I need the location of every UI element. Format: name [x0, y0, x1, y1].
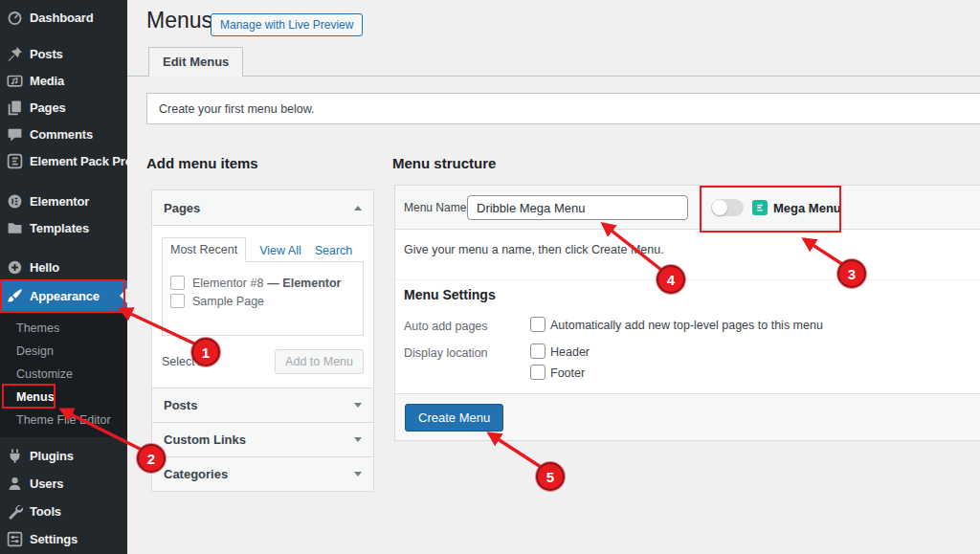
page-item-title: Sample Page: [192, 295, 264, 308]
sidebar-item-label: Users: [30, 476, 63, 491]
sidebar-item-dashboard[interactable]: Dashboard: [0, 4, 127, 31]
admin-sidebar: Dashboard Posts Media Pages Comments Ele…: [0, 0, 127, 554]
page-checkbox[interactable]: [170, 276, 185, 290]
appearance-submenu: Themes Design Customize Menus Theme File…: [0, 311, 127, 437]
notice-text: Create your first menu below.: [159, 102, 315, 116]
sidebar-item-hello[interactable]: Hello: [0, 254, 127, 280]
submenu-item-theme-file-editor[interactable]: Theme File Editor: [0, 409, 127, 432]
add-menu-items-heading: Add menu items: [146, 155, 258, 171]
pages-tabs: Most Recent View All Search: [162, 237, 364, 262]
toggle-knob-icon: [712, 200, 727, 215]
sidebar-item-templates[interactable]: Templates: [0, 214, 127, 241]
auto-add-pages-label: Auto add pages: [404, 320, 488, 333]
menu-name-label: Menu Name: [404, 201, 466, 214]
page-title: Menus: [146, 8, 212, 33]
sidebar-item-label: Elementor: [30, 194, 89, 209]
mega-menu-label: Mega Menu: [773, 201, 841, 215]
notice-box: Create your first menu below.: [146, 93, 980, 124]
location-footer-option: Footer: [550, 366, 585, 380]
sidebar-item-label: Tools: [30, 504, 61, 519]
location-header-checkbox[interactable]: [530, 343, 546, 359]
wrench-icon: [7, 503, 23, 520]
sidebar-item-appearance[interactable]: Appearance: [0, 280, 127, 311]
list-item: Sample Page: [170, 294, 355, 308]
publishing-actions-bar: Create Menu: [395, 393, 980, 440]
pages-panel-footer: Select All Add to Menu: [162, 349, 364, 374]
sidebar-item-element-pack-pro[interactable]: Element Pack Pro: [0, 147, 127, 174]
sidebar-item-label: Templates: [30, 221, 89, 235]
sidebar-item-label: Element Pack Pro: [30, 154, 127, 168]
pages-checklist: Elementor #8 — Elementor Sample Page: [162, 261, 364, 336]
submenu-item-menus[interactable]: Menus: [0, 386, 127, 409]
sidebar-item-settings[interactable]: Settings: [0, 525, 127, 553]
tab-most-recent[interactable]: Most Recent: [162, 237, 246, 262]
accordion-categories[interactable]: Categories: [152, 456, 373, 491]
chevron-down-icon: [354, 403, 362, 408]
sidebar-item-label: Pages: [30, 100, 66, 115]
sidebar-item-comments[interactable]: Comments: [0, 121, 127, 147]
sidebar-item-label: Hello: [30, 260, 59, 275]
page-item-title: Elementor #8: [192, 277, 263, 290]
paintbrush-icon: [7, 288, 23, 304]
page-checkbox[interactable]: [170, 294, 185, 308]
pages-icon: [7, 100, 23, 116]
accordion-pages[interactable]: Pages: [152, 190, 373, 225]
folder-icon: [7, 220, 23, 236]
accordion-custom-links[interactable]: Custom Links: [152, 422, 373, 456]
auto-add-pages-option: Automatically add new top-level pages to…: [550, 319, 823, 332]
menu-settings-heading: Menu Settings: [404, 287, 496, 302]
element-pack-icon: [7, 153, 23, 169]
pages-panel-body: Most Recent View All Search Elementor #8…: [152, 225, 373, 388]
wordpress-admin-menus-screen: { "colors": { "accent_blue": "#2271b1", …: [0, 0, 980, 554]
submenu-item-customize[interactable]: Customize: [0, 363, 127, 386]
auto-add-pages-checkbox[interactable]: [530, 317, 546, 332]
sidebar-item-posts[interactable]: Posts: [0, 40, 127, 67]
tab-divider: [127, 76, 980, 77]
submenu-item-design[interactable]: Design: [0, 340, 127, 363]
submenu-item-themes[interactable]: Themes: [0, 317, 127, 340]
main-content: Menus Manage with Live Preview Edit Menu…: [127, 0, 980, 554]
sidebar-item-users[interactable]: Users: [0, 470, 127, 498]
sidebar-item-plugins[interactable]: Plugins: [0, 442, 127, 470]
sidebar-item-pages[interactable]: Pages: [0, 94, 127, 121]
add-menu-items-panel: Pages Most Recent View All Search Elemen…: [151, 189, 374, 492]
sidebar-item-label: Dashboard: [30, 11, 94, 25]
manage-live-preview-button[interactable]: Manage with Live Preview: [211, 13, 363, 36]
chevron-up-icon: [354, 206, 362, 211]
tab-edit-menus[interactable]: Edit Menus: [148, 47, 243, 77]
comment-icon: [7, 126, 23, 143]
settings-icon: [7, 531, 23, 547]
chevron-down-icon: [354, 437, 362, 442]
current-menu-arrow-icon: [112, 288, 127, 303]
location-header-option: Header: [550, 345, 590, 359]
location-footer-checkbox[interactable]: [530, 365, 546, 380]
create-menu-button[interactable]: Create Menu: [405, 404, 503, 432]
menu-name-hint: Give your menu a name, then click Create…: [395, 230, 980, 280]
mega-menu-toggle[interactable]: [711, 199, 744, 216]
list-item: Elementor #8 — Elementor: [170, 276, 355, 290]
add-to-menu-button[interactable]: Add to Menu: [275, 349, 364, 374]
accordion-custom-links-title: Custom Links: [164, 432, 246, 447]
dashboard-icon: [7, 10, 23, 26]
sidebar-item-label: Comments: [30, 127, 93, 142]
elementor-icon: [7, 193, 23, 210]
element-pack-icon: [752, 200, 768, 215]
sidebar-item-tools[interactable]: Tools: [0, 498, 127, 525]
media-icon: [7, 73, 23, 89]
sidebar-item-label: Settings: [30, 532, 78, 546]
select-all-link[interactable]: Select All: [162, 355, 211, 368]
tab-search[interactable]: Search: [315, 239, 353, 262]
accordion-pages-title: Pages: [164, 201, 200, 215]
accordion-categories-title: Categories: [164, 467, 228, 481]
pushpin-icon: [7, 46, 23, 62]
tab-view-all[interactable]: View All: [259, 239, 301, 262]
accordion-posts-title: Posts: [164, 398, 197, 412]
menu-name-input[interactable]: [467, 195, 688, 220]
sidebar-item-media[interactable]: Media: [0, 67, 127, 94]
page-item-state: — Elementor: [267, 277, 341, 290]
sidebar-item-elementor[interactable]: Elementor: [0, 188, 127, 214]
menu-structure-heading: Menu structure: [392, 155, 496, 171]
sidebar-item-label: Appearance: [30, 289, 100, 303]
sidebar-item-label: Media: [30, 74, 64, 88]
accordion-posts[interactable]: Posts: [152, 388, 373, 422]
